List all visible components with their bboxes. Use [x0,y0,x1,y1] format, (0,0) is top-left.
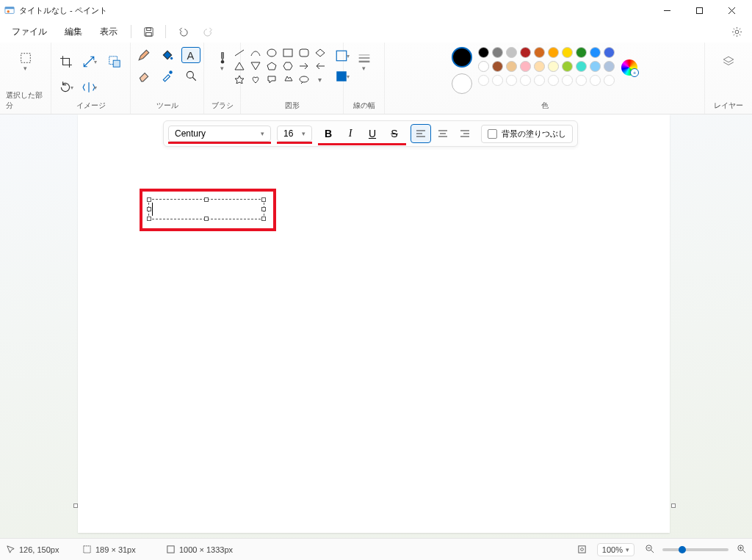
edit-colors-button[interactable] [621,59,637,76]
magnifier-tool[interactable] [181,68,200,84]
color-swatch[interactable] [534,61,545,72]
shape-outline[interactable]: ▾ [333,48,352,64]
close-button[interactable] [715,0,748,21]
ribbon-label-select: 選択した部分 [6,90,45,111]
color-swatch-empty[interactable] [548,75,559,86]
select-tool[interactable]: ▾ [12,47,39,76]
canvas-handle-right[interactable] [671,503,676,508]
settings-button[interactable] [726,21,748,43]
color-swatch[interactable] [492,61,503,72]
color-swatch[interactable] [478,47,489,58]
fill-background-checkbox[interactable]: 背景の塗りつぶし [481,125,573,143]
fill-tool[interactable] [158,47,177,63]
undo-button[interactable] [172,21,194,43]
align-right-button[interactable] [455,124,475,143]
color-swatch[interactable] [562,47,573,58]
color-swatch[interactable] [562,61,573,72]
svg-rect-45 [84,546,90,553]
separator [165,25,166,38]
color-picker-tool[interactable] [158,68,177,84]
color-swatch[interactable] [506,47,517,58]
svg-point-10 [735,30,739,34]
svg-point-21 [267,49,276,57]
minimize-button[interactable] [651,0,683,21]
menu-edit[interactable]: 編集 [57,23,90,41]
color-swatch[interactable] [548,61,559,72]
status-bar: 126, 150px 189 × 31px 1000 × 1333px 100%… [0,538,752,560]
color-swatch-empty[interactable] [478,75,489,86]
ribbon: ▾ 選択した部分 ▾ ▾ ▾ イメージ A [0,43,752,114]
flip-tool[interactable]: ▾ [80,79,99,95]
font-size-select[interactable]: 16 ▾ [277,126,312,142]
fit-screen-button[interactable] [577,545,587,554]
crop-tool[interactable] [57,54,76,70]
color-swatch[interactable] [520,47,531,58]
zoom-select[interactable]: 100% ▾ [597,543,634,556]
strikethrough-button[interactable]: S [384,124,405,143]
app-icon [4,5,15,15]
color-swatch-empty[interactable] [604,75,615,86]
svg-marker-28 [283,62,292,70]
color-secondary[interactable] [452,73,472,94]
color-swatch[interactable] [604,61,615,72]
zoom-in-button[interactable] [737,544,746,555]
layers-button[interactable] [715,47,742,76]
color-swatch[interactable] [590,61,601,72]
menu-view[interactable]: 表示 [93,23,125,41]
color-swatch[interactable] [576,47,587,58]
align-center-button[interactable] [433,124,453,143]
image-select-tool[interactable] [104,47,126,76]
color-swatch-empty[interactable] [590,75,601,86]
eraser-tool[interactable] [134,68,153,84]
text-toolbar: Century ▾ 16 ▾ B I U S 背景の塗りつぶし [163,120,578,147]
svg-point-14 [170,57,172,59]
zoom-out-button[interactable] [645,544,654,555]
color-swatch[interactable] [590,47,601,58]
resize-tool[interactable]: ▾ [80,54,99,70]
color-swatch-empty[interactable] [506,75,517,86]
color-swatch[interactable] [478,61,489,72]
color-swatch[interactable] [520,61,531,72]
zoom-slider[interactable] [662,548,728,551]
color-swatch[interactable] [604,47,615,58]
maximize-button[interactable] [683,0,715,21]
color-swatch[interactable] [492,47,503,58]
color-swatch[interactable] [506,61,517,72]
italic-button[interactable]: I [340,124,361,143]
fill-background-label: 背景の塗りつぶし [502,128,566,139]
brush-tool[interactable]: ▾ [211,47,234,76]
color-primary[interactable] [452,47,472,68]
text-box[interactable] [148,199,264,219]
color-swatch[interactable] [576,61,587,72]
pencil-tool[interactable] [134,47,153,63]
bold-button[interactable]: B [318,124,339,143]
shapes-gallery[interactable]: ▾ [233,47,327,85]
svg-rect-31 [336,51,347,61]
color-swatch-empty[interactable] [520,75,531,86]
color-swatch-empty[interactable] [576,75,587,86]
color-swatch-empty[interactable] [534,75,545,86]
rotate-tool[interactable]: ▾ [57,79,76,95]
font-family-value: Century [175,128,206,139]
shape-fill[interactable]: ▾ [333,68,352,84]
font-family-select[interactable]: Century ▾ [168,126,271,142]
canvas-handle-left[interactable] [73,503,78,508]
align-left-button[interactable] [411,124,431,143]
separator [131,25,131,38]
svg-marker-27 [267,62,276,70]
svg-point-2 [7,10,10,13]
redo-button[interactable] [197,21,219,43]
color-swatch-empty[interactable] [562,75,573,86]
underline-button[interactable]: U [362,124,383,143]
stroke-width[interactable]: ▾ [351,47,377,76]
svg-point-16 [169,70,173,74]
menu-file[interactable]: ファイル [4,23,54,41]
canvas[interactable] [78,114,670,533]
color-swatch-empty[interactable] [492,75,503,86]
menu-bar: ファイル 編集 表示 [0,21,752,43]
color-swatch[interactable] [534,47,545,58]
color-swatch[interactable] [548,47,559,58]
text-tool[interactable]: A [181,47,200,63]
svg-text:A: A [187,50,194,62]
save-button[interactable] [137,21,159,43]
